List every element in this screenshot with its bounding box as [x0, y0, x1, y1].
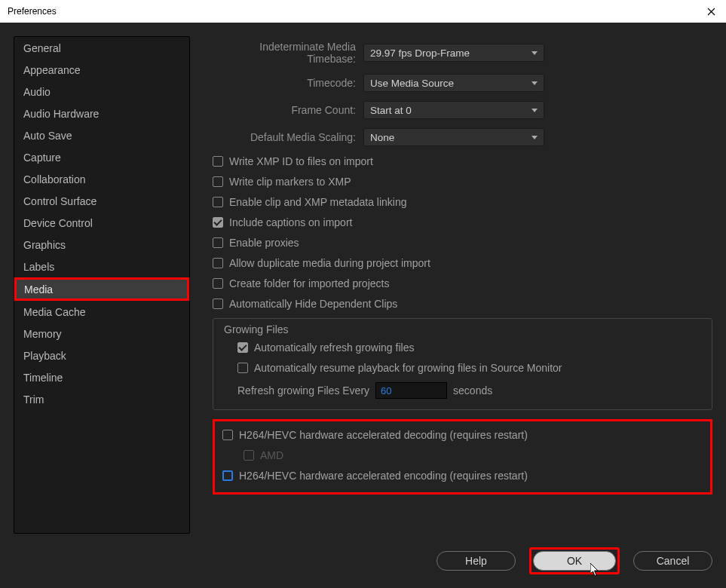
checkbox-hwdecoding[interactable]: H264/HEVC hardware accelerated decoding … — [222, 429, 703, 441]
media-panel: Indeterminate Media Timebase: 29.97 fps … — [213, 36, 712, 534]
checkbox-icon — [222, 470, 233, 481]
scaling-label: Default Media Scaling: — [213, 131, 363, 143]
sidebar-item-label: Media Cache — [23, 306, 86, 318]
sidebar-item-label: Media — [24, 283, 53, 296]
sidebar-item-trim[interactable]: Trim — [14, 388, 189, 410]
checkbox-icon — [213, 258, 223, 268]
sidebar-item-control-surface[interactable]: Control Surface — [14, 190, 189, 212]
checkbox-label: Include captions on import — [229, 216, 352, 228]
checkbox-autoresume[interactable]: Automatically resume playback for growin… — [237, 362, 701, 374]
sidebar-item-graphics[interactable]: Graphics — [14, 234, 189, 256]
sidebar-item-auto-save[interactable]: Auto Save — [14, 124, 189, 146]
timecode-label: Timecode: — [213, 77, 363, 89]
sidebar-item-label: Trim — [23, 394, 44, 406]
sidebar-item-label: Control Surface — [23, 195, 96, 207]
checkbox-captions[interactable]: Include captions on import — [213, 216, 712, 228]
checkbox-label: H264/HEVC hardware accelerated decoding … — [239, 429, 528, 441]
framecount-dropdown[interactable]: Start at 0 — [363, 101, 544, 119]
preferences-sidebar: General Appearance Audio Audio Hardware … — [14, 36, 190, 534]
checkbox-icon — [213, 237, 223, 248]
checkbox-autorefresh[interactable]: Automatically refresh growing files — [237, 341, 701, 354]
titlebar: Preferences — [0, 0, 726, 23]
dropdown-value: Use Media Source — [370, 78, 454, 89]
sidebar-item-label: Memory — [23, 328, 62, 340]
close-button[interactable] — [696, 0, 726, 23]
checkbox-icon — [244, 450, 254, 461]
help-button[interactable]: Help — [437, 551, 516, 571]
dropdown-value: 29.97 fps Drop-Frame — [370, 47, 470, 59]
sidebar-item-label: Graphics — [23, 239, 66, 251]
sidebar-item-audio[interactable]: Audio — [14, 81, 189, 103]
sidebar-item-audio-hardware[interactable]: Audio Hardware — [14, 103, 189, 124]
checkbox-icon — [213, 197, 223, 207]
window-title: Preferences — [8, 6, 718, 17]
checkbox-icon — [213, 217, 223, 228]
timecode-dropdown[interactable]: Use Media Source — [363, 74, 544, 92]
checkbox-label: Write XMP ID to files on import — [229, 155, 373, 167]
sidebar-item-media-cache[interactable]: Media Cache — [14, 301, 189, 323]
dropdown-value: Start at 0 — [370, 105, 412, 116]
cancel-button[interactable]: Cancel — [633, 551, 712, 571]
sidebar-item-label: Audio — [23, 86, 51, 98]
sidebar-item-device-control[interactable]: Device Control — [14, 212, 189, 234]
refresh-label: Refresh growing Files Every — [237, 384, 369, 397]
checkbox-icon — [237, 342, 248, 353]
refresh-unit: seconds — [453, 384, 492, 397]
sidebar-item-label: General — [23, 42, 61, 54]
sidebar-item-collaboration[interactable]: Collaboration — [14, 168, 189, 190]
checkbox-icon — [213, 156, 223, 167]
chevron-down-icon — [531, 136, 538, 139]
refresh-interval-input[interactable]: 60 — [375, 382, 447, 399]
checkbox-clipmarkers[interactable]: Write clip markers to XMP — [213, 176, 712, 188]
scaling-dropdown[interactable]: None — [363, 128, 544, 146]
checkbox-label: Create folder for imported projects — [229, 277, 389, 289]
checkbox-label: AMD — [260, 449, 283, 461]
checkbox-metadatalink[interactable]: Enable clip and XMP metadata linking — [213, 196, 712, 208]
checkbox-icon — [213, 299, 223, 309]
sidebar-item-label: Capture — [23, 152, 61, 164]
growing-files-group: Growing Files Automatically refresh grow… — [213, 318, 712, 410]
checkbox-createfolder[interactable]: Create folder for imported projects — [213, 277, 712, 289]
checkbox-proxies[interactable]: Enable proxies — [213, 237, 712, 249]
sidebar-item-label: Labels — [23, 261, 54, 273]
checkbox-hwencoding[interactable]: H264/HEVC hardware accelerated encoding … — [222, 470, 703, 482]
chevron-down-icon — [531, 51, 538, 55]
checkbox-icon — [213, 278, 223, 289]
sidebar-item-media[interactable]: Media — [14, 277, 189, 301]
chevron-down-icon — [531, 109, 538, 112]
checkbox-duplicate[interactable]: Allow duplicate media during project imp… — [213, 257, 712, 269]
sidebar-item-capture[interactable]: Capture — [14, 146, 189, 168]
growing-files-title: Growing Files — [224, 323, 701, 335]
checkbox-label: Allow duplicate media during project imp… — [229, 257, 430, 269]
checkbox-label: Automatically resume playback for growin… — [254, 362, 562, 374]
sidebar-item-timeline[interactable]: Timeline — [14, 366, 189, 388]
ok-highlight: OK — [529, 547, 620, 574]
sidebar-item-label: Timeline — [23, 372, 63, 384]
checkbox-label: H264/HEVC hardware accelerated encoding … — [239, 470, 528, 482]
checkbox-hidedeps[interactable]: Automatically Hide Dependent Clips — [213, 298, 712, 310]
sidebar-item-appearance[interactable]: Appearance — [14, 59, 189, 81]
checkbox-xmpid[interactable]: Write XMP ID to files on import — [213, 155, 712, 167]
checkbox-label: Automatically refresh growing files — [254, 341, 414, 354]
dialog-footer: Help OK Cancel — [14, 534, 712, 574]
sidebar-item-label: Auto Save — [23, 130, 72, 142]
checkbox-label: Automatically Hide Dependent Clips — [229, 298, 397, 310]
sidebar-item-memory[interactable]: Memory — [14, 323, 189, 345]
checkbox-amd: AMD — [244, 449, 703, 461]
framecount-label: Frame Count: — [213, 104, 363, 116]
checkbox-icon — [237, 363, 248, 373]
checkbox-label: Enable proxies — [229, 237, 299, 249]
timebase-dropdown[interactable]: 29.97 fps Drop-Frame — [363, 44, 544, 62]
sidebar-item-playback[interactable]: Playback — [14, 345, 189, 366]
checkbox-label: Write clip markers to XMP — [229, 176, 351, 188]
hardware-accel-highlight: H264/HEVC hardware accelerated decoding … — [213, 419, 712, 495]
timebase-label: Indeterminate Media Timebase: — [213, 41, 363, 65]
checkbox-label: Enable clip and XMP metadata linking — [229, 196, 407, 208]
sidebar-item-general[interactable]: General — [14, 37, 189, 59]
checkbox-icon — [213, 176, 223, 187]
dropdown-value: None — [370, 132, 394, 143]
sidebar-item-label: Device Control — [23, 217, 93, 229]
sidebar-item-label: Playback — [23, 350, 66, 362]
ok-button[interactable]: OK — [533, 551, 616, 571]
sidebar-item-labels[interactable]: Labels — [14, 256, 189, 277]
